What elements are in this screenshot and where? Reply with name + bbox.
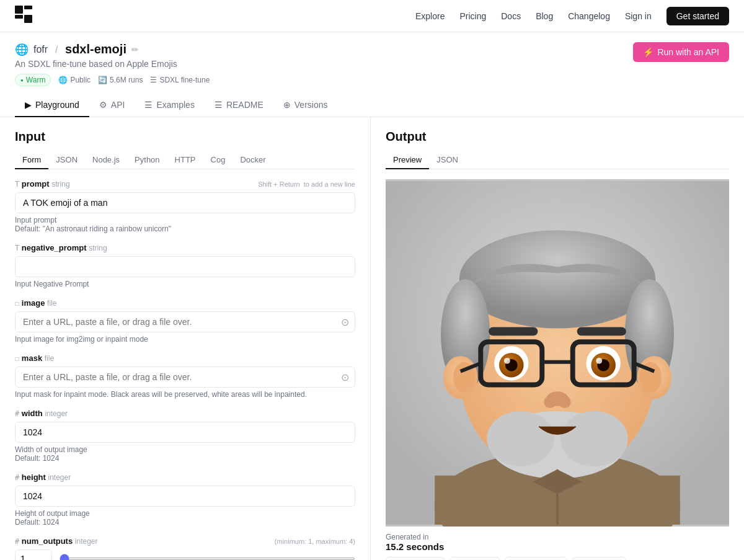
code-tab-nodejs[interactable]: Node.js: [85, 151, 127, 169]
nav-pricing[interactable]: Pricing: [459, 11, 486, 21]
visibility-badge: 🌐 Public: [58, 76, 91, 84]
mask-param-name: mask: [22, 353, 42, 363]
svg-point-39: [560, 411, 628, 466]
runs-icon: 🔄: [98, 76, 107, 84]
tab-api[interactable]: ⚙ API: [89, 94, 135, 117]
code-tab-http[interactable]: HTTP: [167, 151, 203, 169]
prompt-label-row: T prompt string Shift + Return to add a …: [15, 179, 355, 189]
code-tabs: Form JSON Node.js Python HTTP Cog Docker: [15, 151, 355, 169]
tab-versions[interactable]: ⊕ Versions: [273, 94, 338, 117]
code-tab-json[interactable]: JSON: [48, 151, 85, 169]
code-tab-form[interactable]: Form: [15, 151, 48, 169]
mask-label-row: ☐ mask file: [15, 353, 355, 363]
code-tab-docker[interactable]: Docker: [232, 151, 273, 169]
get-started-button[interactable]: Get started: [666, 7, 729, 25]
model-title: 🌐 fofr / sdxl-emoji ✏: [15, 42, 210, 56]
svg-point-33: [559, 396, 571, 408]
height-input[interactable]: [15, 486, 355, 507]
image-type: file: [47, 299, 56, 308]
prompt-type: string: [51, 180, 69, 189]
run-api-button[interactable]: ⚡ Run with an API: [633, 42, 729, 62]
num-outputs-label-row: # num_outputs integer (minimum: 1, maxim…: [15, 536, 355, 546]
report-button[interactable]: ⚑ Report: [572, 557, 626, 560]
num-outputs-slider-row: [15, 549, 355, 560]
public-icon: 🌐: [58, 76, 68, 84]
model-owner[interactable]: fofr: [33, 44, 48, 55]
nav-changelog[interactable]: Changelog: [568, 11, 610, 21]
height-desc: Height of output image: [15, 509, 355, 518]
input-panel: Input Form JSON Node.js Python HTTP Cog …: [0, 117, 371, 560]
globe-icon: 🌐: [15, 43, 29, 56]
edit-icon[interactable]: ✏: [131, 45, 139, 55]
header: Explore Pricing Docs Blog Changelog Sign…: [0, 0, 744, 32]
height-label-row: # height integer: [15, 473, 355, 482]
nav-signin[interactable]: Sign in: [625, 11, 652, 21]
type-icon: ☰: [150, 76, 157, 84]
image-upload-icon: ⊙: [341, 316, 349, 328]
logo[interactable]: [15, 6, 35, 27]
warm-badge: Warm: [15, 74, 51, 86]
height-label: # height integer: [15, 473, 71, 482]
code-tab-cog[interactable]: Cog: [203, 151, 233, 169]
output-title: Output: [386, 130, 729, 144]
prompt-desc: Input prompt: [15, 216, 355, 224]
tab-playground[interactable]: ▶ Playground: [15, 94, 89, 117]
download-button[interactable]: ↓ Download: [505, 557, 567, 560]
model-name[interactable]: sdxl-emoji: [65, 42, 126, 56]
width-param-name: width: [22, 409, 43, 418]
code-tab-python[interactable]: Python: [127, 151, 167, 169]
api-tab-icon: ⚙: [99, 100, 107, 110]
svg-rect-0: [15, 6, 23, 14]
mask-type: file: [45, 354, 54, 363]
mask-field-group: ☐ mask file ⊙ Input mask for inpaint mod…: [15, 353, 355, 399]
api-icon: ⚡: [643, 47, 653, 57]
num-outputs-field-group: # num_outputs integer (minimum: 1, maxim…: [15, 536, 355, 560]
tweak-button[interactable]: ↺ Tweak it: [386, 557, 445, 560]
num-outputs-input[interactable]: [15, 549, 52, 560]
width-type: integer: [45, 409, 68, 418]
model-header-row: 🌐 fofr / sdxl-emoji ✏ An SDXL fine-tune …: [15, 42, 729, 86]
svg-rect-17: [577, 327, 626, 336]
tab-examples[interactable]: ☰ Examples: [135, 94, 204, 117]
height-type: integer: [48, 473, 71, 482]
width-desc: Width of output image: [15, 445, 355, 454]
image-input[interactable]: [15, 311, 355, 332]
nav-explore[interactable]: Explore: [415, 11, 445, 21]
action-buttons: ↺ Tweak it ↗ Share ↓ Download ⚑ Report: [386, 557, 729, 560]
output-tab-preview[interactable]: Preview: [386, 151, 429, 169]
image-label: ☐ image file: [15, 298, 56, 308]
negative-prompt-input[interactable]: [15, 256, 355, 277]
height-default: Default: 1024: [15, 518, 355, 527]
width-input[interactable]: [15, 422, 355, 443]
nav-blog[interactable]: Blog: [536, 11, 553, 21]
image-field-group: ☐ image file ⊙ Input image for img2img o…: [15, 298, 355, 344]
num-outputs-slider[interactable]: [60, 558, 355, 560]
svg-point-9: [459, 230, 656, 328]
model-description: An SDXL fine-tune based on Apple Emojis: [15, 59, 210, 69]
num-outputs-label: # num_outputs integer: [15, 536, 98, 546]
prompt-input[interactable]: [15, 192, 355, 213]
tab-readme[interactable]: ☰ README: [205, 94, 273, 117]
svg-rect-1: [24, 6, 32, 9]
share-button[interactable]: ↗ Share: [450, 557, 500, 560]
nav-docs[interactable]: Docs: [501, 11, 521, 21]
output-tab-json[interactable]: JSON: [429, 151, 466, 169]
main-tabs: ▶ Playground ⚙ API ☰ Examples ☰ README ⊕…: [0, 94, 744, 117]
separator: /: [55, 45, 58, 55]
prompt-default: Default: "An astronaut riding a rainbow …: [15, 224, 355, 233]
height-field-group: # height integer Height of output image …: [15, 473, 355, 527]
svg-rect-2: [15, 15, 23, 19]
header-nav: Explore Pricing Docs Blog Changelog Sign…: [415, 7, 729, 25]
width-label-row: # width integer: [15, 409, 355, 418]
output-panel: Output Preview JSON: [371, 117, 744, 560]
image-input-wrapper: ⊙: [15, 311, 355, 332]
mask-label: ☐ mask file: [15, 353, 54, 363]
prompt-hint: Shift + Return to add a new line: [258, 180, 355, 188]
output-image-area: [386, 179, 729, 527]
mask-input[interactable]: [15, 367, 355, 388]
num-outputs-param-name: num_outputs: [22, 536, 73, 546]
negative-prompt-desc: Input Negative Prompt: [15, 280, 355, 288]
input-title: Input: [15, 130, 355, 144]
width-field-group: # width integer Width of output image De…: [15, 409, 355, 463]
prompt-label: T prompt string: [15, 179, 70, 189]
